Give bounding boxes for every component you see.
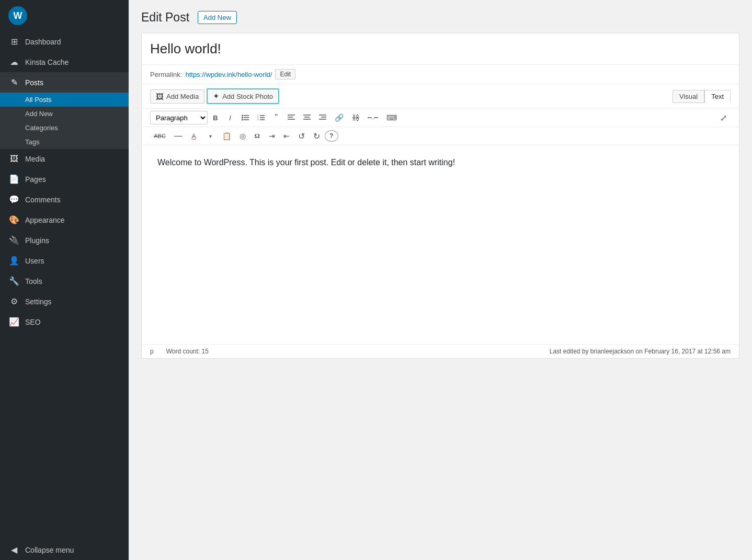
blockquote-button[interactable]: " [269, 111, 283, 124]
align-left-button[interactable] [284, 111, 299, 124]
sidebar-item-label: Plugins [25, 236, 49, 245]
align-right-button[interactable] [315, 111, 330, 124]
tab-text[interactable]: Text [704, 90, 731, 103]
sidebar-item-settings[interactable]: ⚙ Settings [0, 291, 129, 312]
special-char-button[interactable]: Ω [250, 129, 264, 143]
permalink-bar: Permalink: https://wpdev.ink/hello-world… [142, 65, 739, 84]
sidebar-item-add-new[interactable]: Add New [0, 107, 129, 121]
remove-link-button[interactable]: ⛓ [348, 111, 363, 124]
settings-icon: ⚙ [8, 296, 20, 306]
editor-paragraph: Welcome to WordPress. This is your first… [157, 156, 723, 169]
clear-format-button[interactable]: ◎ [236, 129, 249, 143]
page-header: Edit Post Add New [141, 10, 739, 25]
toggle-toolbar-button[interactable]: ⌨ [383, 111, 401, 124]
permalink-label: Permalink: [150, 71, 182, 78]
sidebar-item-label: Media [25, 155, 45, 163]
last-edited: Last edited by brianleejackson on Februa… [550, 348, 731, 355]
sidebar-item-categories[interactable]: Categories [0, 121, 129, 135]
decrease-indent-button[interactable]: ⇤ [280, 129, 293, 143]
add-stock-photo-button[interactable]: ✦ Add Stock Photo [207, 88, 279, 104]
sidebar-item-users[interactable]: 👤 Users [0, 250, 129, 271]
sidebar-item-label: Tools [25, 277, 42, 285]
comments-icon: 💬 [8, 195, 20, 204]
sidebar-item-collapse[interactable]: ◀ Collapse menu [0, 540, 129, 560]
editor-tabs: Visual Text [673, 90, 731, 103]
add-media-button[interactable]: 🖼 Add Media [150, 89, 204, 104]
sidebar-item-plugins[interactable]: 🔌 Plugins [0, 230, 129, 250]
sidebar-item-label: Settings [25, 298, 52, 306]
appearance-icon: 🎨 [8, 215, 20, 225]
sidebar-item-label: SEO [25, 318, 41, 326]
sidebar-item-label: All Posts [25, 96, 52, 104]
fullscreen-button[interactable]: ⤢ [716, 111, 731, 124]
sidebar-item-dashboard[interactable]: ⊞ Dashboard [0, 31, 129, 52]
stock-photo-label: Add Stock Photo [222, 93, 273, 100]
sidebar-item-comments[interactable]: 💬 Comments [0, 189, 129, 210]
pages-icon: 📄 [8, 174, 20, 184]
sidebar-item-label: Users [25, 257, 44, 265]
sidebar-item-appearance[interactable]: 🎨 Appearance [0, 210, 129, 230]
sidebar-item-pages[interactable]: 📄 Pages [0, 169, 129, 189]
collapse-icon: ◀ [8, 545, 20, 555]
undo-button[interactable]: ↺ [294, 129, 309, 143]
main-content: Edit Post Add New Permalink: https://wpd… [129, 0, 752, 560]
increase-indent-button[interactable]: ⇥ [265, 129, 279, 143]
sidebar-item-label: Categories [25, 124, 58, 132]
paste-word-button[interactable]: 📋 [219, 129, 235, 143]
page-title: Edit Post [141, 10, 189, 25]
italic-button[interactable]: I [223, 111, 237, 124]
add-media-icon: 🖼 [156, 92, 164, 101]
align-center-button[interactable] [300, 111, 314, 124]
word-count-label: Word count: [166, 348, 200, 355]
sidebar-item-tags[interactable]: Tags [0, 135, 129, 149]
kinsta-cache-icon: ☁ [8, 57, 20, 67]
sidebar-item-posts[interactable]: ✎ Posts [0, 72, 129, 93]
sidebar-item-kinsta-cache[interactable]: ☁ Kinsta Cache [0, 52, 129, 72]
post-title-input[interactable] [142, 33, 739, 65]
ordered-list-button[interactable]: 1 2 3 [254, 111, 268, 124]
media-icon: 🖼 [8, 154, 20, 164]
bold-button[interactable]: B [209, 111, 222, 124]
svg-point-5 [242, 119, 243, 121]
toolbar-left: 🖼 Add Media ✦ Add Stock Photo [150, 88, 279, 104]
format-toolbar-row2: ABC — A ▾ 📋 ◎ Ω ⇥ ⇤ ↺ ↻ ? [142, 127, 739, 145]
add-new-button[interactable]: Add New [198, 11, 237, 24]
color-picker-btn[interactable]: ▾ [204, 129, 218, 143]
word-count: Word count: 15 [166, 348, 209, 355]
sidebar-item-label: Appearance [25, 216, 65, 224]
sidebar-item-seo[interactable]: 📈 SEO [0, 312, 129, 332]
redo-button[interactable]: ↻ [310, 129, 324, 143]
format-select[interactable]: Paragraph Heading 1 Heading 2 Heading 3 … [150, 111, 208, 124]
insert-more-button[interactable]: — [364, 111, 382, 124]
posts-submenu: All Posts Add New Categories Tags [0, 93, 129, 149]
permalink-edit-button[interactable]: Edit [275, 69, 295, 79]
sidebar-item-all-posts[interactable]: All Posts [0, 93, 129, 107]
word-count-value: 15 [202, 348, 209, 355]
sidebar-item-label: Posts [25, 78, 43, 87]
help-button[interactable]: ? [325, 130, 338, 142]
permalink-url[interactable]: https://wpdev.ink/hello-world/ [185, 71, 272, 78]
unordered-list-button[interactable] [238, 111, 253, 124]
text-color-button[interactable]: A [187, 129, 201, 143]
sidebar-item-media[interactable]: 🖼 Media [0, 149, 129, 169]
sidebar: W ⊞ Dashboard ☁ Kinsta Cache ✎ Posts All… [0, 0, 129, 560]
sidebar-item-tools[interactable]: 🔧 Tools [0, 271, 129, 291]
posts-icon: ✎ [8, 77, 20, 87]
sidebar-item-label: Collapse menu [25, 546, 74, 554]
svg-text:—: — [371, 117, 374, 120]
add-media-label: Add Media [166, 93, 199, 100]
tools-icon: 🔧 [8, 276, 20, 286]
wordpress-logo-icon: W [8, 6, 27, 25]
strikethrough-button[interactable]: ABC [150, 129, 169, 143]
stock-photo-icon: ✦ [213, 92, 220, 101]
editor-status-bar: p Word count: 15 Last edited by brianlee… [142, 344, 739, 358]
horizontal-rule-button[interactable]: — [170, 129, 186, 143]
dashboard-icon: ⊞ [8, 37, 20, 47]
insert-link-button[interactable]: 🔗 [331, 111, 347, 124]
sidebar-logo: W [0, 0, 129, 31]
editor-content[interactable]: Welcome to WordPress. This is your first… [142, 145, 739, 344]
users-icon: 👤 [8, 256, 20, 266]
tab-visual[interactable]: Visual [673, 90, 704, 103]
svg-text:3: 3 [257, 118, 259, 121]
format-toolbar-row1: Paragraph Heading 1 Heading 2 Heading 3 … [142, 109, 739, 127]
